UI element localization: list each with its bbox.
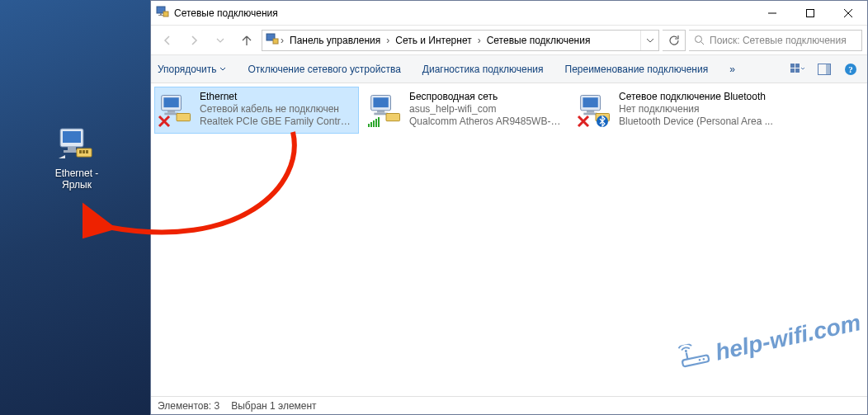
connection-item-wifi[interactable]: Беспроводная сеть asus_help-wifi_com Qua… <box>364 87 568 134</box>
svg-rect-10 <box>158 15 163 16</box>
minimize-button[interactable] <box>753 1 791 25</box>
search-placeholder: Поиск: Сетевые подключения <box>710 35 856 46</box>
chevron-right-icon: › <box>281 35 284 46</box>
svg-rect-28 <box>177 114 191 121</box>
search-box[interactable]: Поиск: Сетевые подключения <box>689 30 862 51</box>
svg-rect-25 <box>163 97 178 107</box>
title-bar[interactable]: Сетевые подключения <box>151 1 867 26</box>
desktop-background: Ethernet - Ярлык <box>0 0 150 415</box>
connection-device: Qualcomm Atheros AR9485WB-E... <box>409 116 564 128</box>
network-adapter-icon <box>368 91 404 130</box>
network-adapter-icon <box>578 91 614 130</box>
svg-rect-30 <box>373 97 388 107</box>
view-options-button[interactable] <box>788 60 808 78</box>
svg-rect-16 <box>790 64 795 68</box>
connection-item-ethernet[interactable]: Ethernet Сетевой кабель не подключен Rea… <box>154 87 359 134</box>
svg-rect-12 <box>807 9 814 17</box>
svg-rect-18 <box>790 68 795 73</box>
disconnected-icon <box>158 115 171 130</box>
connection-name: Беспроводная сеть <box>409 91 564 103</box>
svg-rect-33 <box>386 114 400 121</box>
svg-text:?: ? <box>848 64 853 74</box>
up-button[interactable] <box>235 29 258 52</box>
content-area[interactable]: Ethernet Сетевой кабель не подключен Rea… <box>151 83 867 396</box>
connection-status: asus_help-wifi_com <box>409 103 564 116</box>
connection-status: Сетевой кабель не подключен <box>200 103 355 116</box>
navigation-bar: › Панель управления › Сеть и Интернет › … <box>151 26 867 55</box>
svg-rect-9 <box>160 13 162 15</box>
refresh-button[interactable] <box>663 30 686 51</box>
connection-device: Realtek PCIe GBE Family Controller <box>200 116 355 128</box>
back-button[interactable] <box>156 29 179 52</box>
connection-device: Bluetooth Device (Personal Area ... <box>619 116 773 128</box>
svg-rect-1 <box>63 131 81 143</box>
breadcrumb-item[interactable]: Панель управления <box>285 31 384 50</box>
connection-status: Нет подключения <box>619 103 773 116</box>
diagnose-button[interactable]: Диагностика подключения <box>422 64 544 75</box>
svg-rect-45 <box>682 355 710 366</box>
svg-rect-26 <box>167 111 175 113</box>
control-panel-icon <box>156 5 169 21</box>
disable-device-button[interactable]: Отключение сетевого устройства <box>248 64 400 75</box>
svg-rect-36 <box>373 120 375 127</box>
svg-rect-40 <box>583 97 597 107</box>
item-count: Элементов: 3 <box>158 400 219 412</box>
svg-rect-17 <box>795 64 800 68</box>
control-panel-icon <box>266 32 279 48</box>
svg-point-15 <box>696 36 702 43</box>
watermark: help-wifi.com <box>677 308 863 374</box>
organize-button[interactable]: Упорядочить <box>158 64 226 75</box>
address-bar[interactable]: › Панель управления › Сеть и Интернет › … <box>262 30 659 51</box>
search-icon <box>694 35 705 45</box>
connection-item-bluetooth[interactable]: Сетевое подключение Bluetooth Нет подклю… <box>573 87 778 134</box>
svg-rect-2 <box>68 147 76 150</box>
svg-rect-21 <box>826 64 830 74</box>
svg-point-47 <box>702 358 705 361</box>
svg-rect-14 <box>273 39 278 44</box>
window-title: Сетевые подключения <box>174 7 753 19</box>
forward-button[interactable] <box>182 29 205 52</box>
close-button[interactable] <box>829 1 867 25</box>
svg-rect-35 <box>370 122 372 127</box>
svg-rect-7 <box>86 150 88 153</box>
router-icon <box>677 339 715 370</box>
network-adapter-icon <box>44 122 110 164</box>
svg-rect-19 <box>795 68 800 73</box>
svg-point-46 <box>685 350 688 353</box>
status-bar: Элементов: 3 Выбран 1 элемент <box>151 396 867 414</box>
preview-pane-button[interactable] <box>814 60 834 78</box>
maximize-button[interactable] <box>791 1 829 25</box>
desktop-shortcut-label: Ethernet - Ярлык <box>44 167 110 191</box>
svg-rect-38 <box>378 117 380 127</box>
chevron-down-icon <box>219 66 226 73</box>
disconnected-icon <box>577 115 590 130</box>
bluetooth-icon <box>596 115 609 130</box>
address-dropdown-button[interactable] <box>640 31 658 50</box>
selection-count: Выбран 1 элемент <box>231 400 316 412</box>
connection-name: Ethernet <box>200 91 355 103</box>
svg-rect-37 <box>375 119 377 127</box>
breadcrumb-item[interactable]: Сетевые подключения <box>483 31 595 50</box>
svg-rect-41 <box>587 111 594 113</box>
network-adapter-icon <box>158 91 195 130</box>
svg-rect-11 <box>163 12 168 17</box>
command-bar: Упорядочить Отключение сетевого устройст… <box>151 55 867 83</box>
chevron-right-icon: › <box>478 35 481 46</box>
connection-name: Сетевое подключение Bluetooth <box>619 91 773 103</box>
desktop-shortcut-ethernet[interactable]: Ethernet - Ярлык <box>44 122 110 191</box>
svg-point-48 <box>699 359 701 361</box>
wifi-signal-icon <box>367 115 380 130</box>
svg-rect-6 <box>83 150 85 153</box>
rename-button[interactable]: Переименование подключения <box>565 64 709 75</box>
svg-rect-5 <box>79 150 82 153</box>
chevron-right-icon: › <box>386 35 389 46</box>
recent-locations-button[interactable] <box>209 29 232 52</box>
more-button[interactable]: » <box>729 64 735 75</box>
svg-rect-34 <box>368 124 370 127</box>
help-button[interactable]: ? <box>841 60 861 78</box>
svg-rect-31 <box>377 111 384 113</box>
breadcrumb-item[interactable]: Сеть и Интернет <box>391 31 475 50</box>
explorer-window: Сетевые подключения <box>150 0 868 415</box>
